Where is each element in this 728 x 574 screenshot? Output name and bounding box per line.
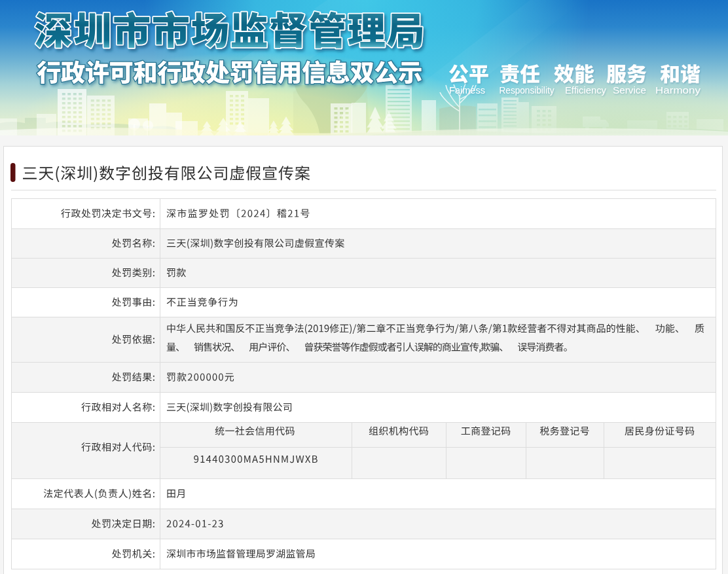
- svg-text:Service: Service: [613, 84, 646, 96]
- svg-text:Harmony: Harmony: [655, 84, 701, 96]
- svg-text:Responsibility: Responsibility: [500, 84, 555, 96]
- svg-text:Faimess: Faimess: [449, 84, 485, 96]
- svg-text:Efficiency: Efficiency: [565, 84, 606, 96]
